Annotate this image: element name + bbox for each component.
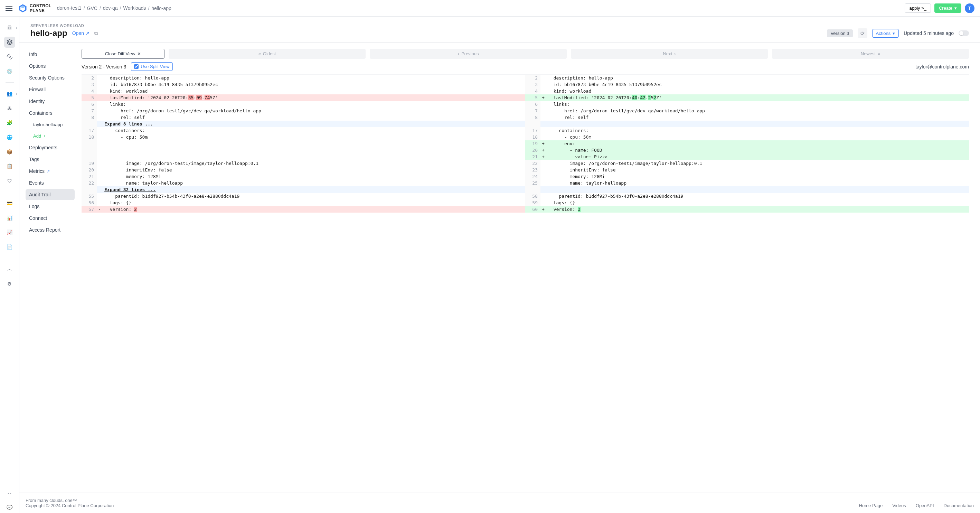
logo-hex-icon xyxy=(18,3,28,13)
line-number: 18 xyxy=(81,134,97,140)
diff-row: 18 - cpu: 50m18 - cpu: 50m xyxy=(81,134,969,140)
line-number: 23 xyxy=(525,167,541,173)
line-number: 6 xyxy=(81,101,97,107)
rail-item-billing[interactable]: 💳 xyxy=(4,198,15,209)
actions-button[interactable]: Actions ▾ xyxy=(872,29,899,38)
crumb-workloads[interactable]: Workloads xyxy=(123,5,146,11)
line-number: 8 xyxy=(81,114,97,121)
page-title: hello-app xyxy=(30,28,67,38)
nav-item-metrics[interactable]: Metrics ↗ xyxy=(25,166,75,177)
nav-item-connect[interactable]: Connect xyxy=(25,213,75,224)
line-number: 21 xyxy=(525,153,541,160)
diff-sign: + xyxy=(541,140,546,147)
nav-item-deployments[interactable]: Deployments xyxy=(25,142,75,153)
diff-sign xyxy=(97,81,102,88)
diff-row: 55 parentId: b1ddf927-b54b-43f0-a2e8-e28… xyxy=(81,193,969,199)
crumb-org[interactable]: doron-test1 xyxy=(57,5,81,11)
diff-sign xyxy=(97,114,102,121)
next-label: Next xyxy=(663,51,672,56)
nav-item-security-options[interactable]: Security Options xyxy=(25,72,75,83)
rail-collapse-up-2[interactable]: ︿ xyxy=(4,488,15,499)
svg-point-3 xyxy=(9,56,10,58)
rail-item-home[interactable]: 🏛› xyxy=(4,22,15,33)
nav-item-container-child[interactable]: taylor-helloapp xyxy=(25,119,75,130)
rail-item-policies[interactable]: 🛡 xyxy=(4,175,15,186)
rail-item-settings[interactable]: ⚙ xyxy=(4,278,15,289)
line-number: 24 xyxy=(525,173,541,180)
crumb-gvc[interactable]: dev-qa xyxy=(103,5,118,11)
nav-item-access-report[interactable]: Access Report xyxy=(25,225,75,236)
apply-button[interactable]: apply >_ xyxy=(905,3,931,13)
rail-item-secrets[interactable]: 🧩 xyxy=(4,117,15,128)
footer-link-home-page[interactable]: Home Page xyxy=(859,503,883,508)
diff-sign xyxy=(541,114,546,121)
rail-item-reports[interactable]: 📈 xyxy=(4,227,15,238)
nav-item-events[interactable]: Events xyxy=(25,177,75,188)
code-line: rel: self xyxy=(546,114,969,121)
rail-item-volumes[interactable]: 💿 xyxy=(4,66,15,77)
rail-item-docs[interactable]: 📄 xyxy=(4,241,15,252)
nav-item-identity[interactable]: Identity xyxy=(25,96,75,107)
rail-item-audit[interactable]: 📋 xyxy=(4,161,15,172)
code-line xyxy=(102,140,525,147)
code-line: containers: xyxy=(102,127,525,134)
expand-link[interactable]: Expand 8 lines ... xyxy=(102,121,525,127)
refresh-icon[interactable]: ⟳ xyxy=(858,28,867,38)
close-diff-button[interactable]: Close Diff View ✕ xyxy=(81,49,164,59)
oldest-button: « Oldest xyxy=(169,49,366,59)
code-line: links: xyxy=(546,101,969,107)
footer-link-documentation[interactable]: Documentation xyxy=(944,503,974,508)
rail-item-workloads[interactable] xyxy=(4,37,15,48)
code-line: value: Pizza xyxy=(546,153,969,160)
brand-logo[interactable]: CONTROLPLANE xyxy=(18,3,51,13)
nav-item-containers[interactable]: Containers xyxy=(25,107,75,119)
diff-sign: + xyxy=(541,206,546,213)
hamburger-icon[interactable] xyxy=(6,6,13,11)
open-link[interactable]: Open ↗ xyxy=(72,30,89,36)
rail-collapse-up[interactable]: ︿ xyxy=(4,264,15,275)
rail-item-images[interactable]: 📦 xyxy=(4,146,15,157)
line-number: 56 xyxy=(81,199,97,206)
line-number xyxy=(81,147,97,153)
nav-item-audit-trail[interactable]: Audit Trail xyxy=(25,189,75,200)
footer-link-videos[interactable]: Videos xyxy=(892,503,906,508)
nav-item-options[interactable]: Options xyxy=(25,61,75,72)
expand-link[interactable]: Expand 32 lines ... xyxy=(102,186,525,193)
diff-row: 21 memory: 128Mi24 memory: 128Mi xyxy=(81,173,969,180)
nav-item-tags[interactable]: Tags xyxy=(25,154,75,165)
diff-sign xyxy=(97,88,102,94)
code-line: memory: 128Mi xyxy=(546,173,969,180)
diff-sign xyxy=(97,127,102,134)
footer-link-openapi[interactable]: OpenAPI xyxy=(916,503,934,508)
rail-item-infra[interactable]: 🖧 xyxy=(4,103,15,114)
rail-item-domains[interactable]: 🌐 xyxy=(4,132,15,143)
diff-sign xyxy=(541,75,546,81)
split-view-checkbox[interactable] xyxy=(134,64,138,69)
oldest-label: Oldest xyxy=(263,51,276,56)
auto-refresh-toggle[interactable] xyxy=(959,30,969,36)
code-line: tags: {} xyxy=(102,199,525,206)
code-line: - href: /org/doron-test1/gvc/dev-qa/work… xyxy=(102,107,525,114)
diff-sign xyxy=(97,160,102,167)
copy-icon[interactable]: ⧉ xyxy=(94,30,98,36)
chevron-double-left-icon: « xyxy=(258,51,261,56)
nav-item-firewall[interactable]: Firewall xyxy=(25,84,75,95)
diff-row: 8 rel: self8 rel: self xyxy=(81,114,969,121)
rail-item-identity[interactable] xyxy=(4,51,15,62)
close-diff-label: Close Diff View xyxy=(105,51,135,56)
line-number xyxy=(81,153,97,160)
nav-item-add-container[interactable]: Add + xyxy=(25,131,75,142)
split-view-toggle[interactable]: Use Split View xyxy=(131,62,173,71)
line-number: 58 xyxy=(525,193,541,199)
rail-item-groups[interactable]: 👥› xyxy=(4,88,15,99)
nav-item-logs[interactable]: Logs xyxy=(25,201,75,212)
line-number: 20 xyxy=(525,147,541,153)
nav-item-info[interactable]: Info xyxy=(25,49,75,60)
diff-row: 4 kind: workload4 kind: workload xyxy=(81,88,969,94)
rail-item-help[interactable]: 💬 xyxy=(4,502,15,513)
diff-sign xyxy=(97,147,102,153)
code-line: env: xyxy=(546,140,969,147)
rail-item-metrics[interactable]: 📊 xyxy=(4,212,15,223)
create-button[interactable]: Create▾ xyxy=(934,3,961,13)
avatar[interactable]: T xyxy=(965,3,974,13)
